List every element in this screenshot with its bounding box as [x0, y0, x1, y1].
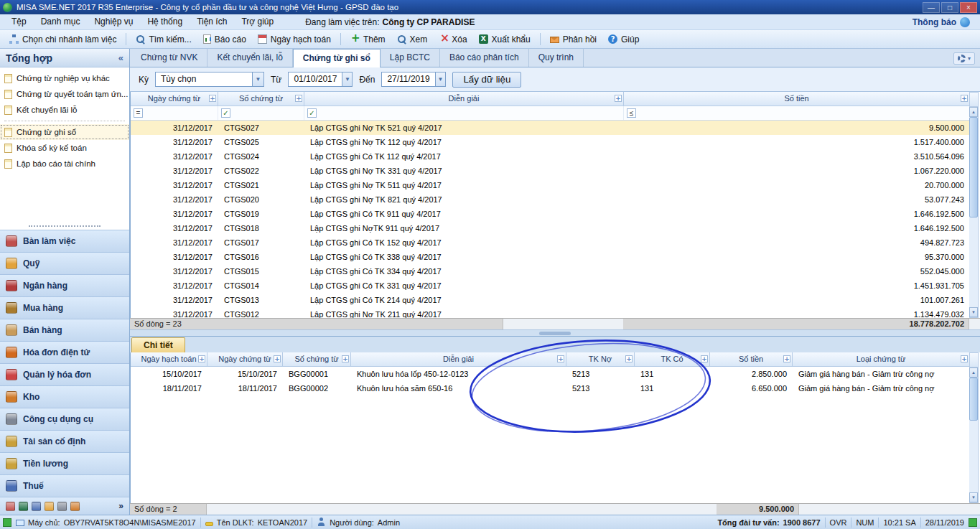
table-row[interactable]: 31/12/2017CTGS014Lập CTGS ghi Có TK 331 … — [131, 278, 969, 293]
column-header[interactable]: Loại chứng từ — [793, 352, 970, 367]
table-row[interactable]: 31/12/2017CTGS013Lập CTGS ghi Có TK 214 … — [131, 293, 969, 307]
report-icon[interactable] — [70, 502, 80, 511]
sidebar-module[interactable]: Kho — [0, 386, 129, 408]
splitter-handle-icon[interactable] — [539, 332, 571, 335]
tab[interactable]: Chứng từ NVK — [131, 49, 207, 67]
toolbar-button[interactable]: Xuất khẩu — [474, 33, 536, 46]
filter-operator-icon[interactable]: = — [134, 108, 143, 118]
sidebar-item[interactable]: Khóa sổ kỳ kế toán — [0, 140, 129, 156]
chevron-down-icon[interactable]: ▼ — [342, 72, 352, 86]
column-pin-icon[interactable] — [557, 355, 564, 362]
toolbar-button[interactable]: Giúp — [603, 33, 644, 46]
column-pin-icon[interactable] — [615, 95, 622, 102]
notification-button[interactable]: Thông báo — [913, 17, 976, 27]
maximize-button[interactable]: □ — [941, 2, 958, 13]
column-header[interactable]: Ngày chứng từ — [207, 352, 283, 367]
sidebar-item[interactable]: Chứng từ nghiệp vụ khác — [0, 70, 129, 86]
column-pin-icon[interactable] — [274, 355, 281, 362]
filter-cell[interactable]: ✓ — [304, 106, 624, 120]
sidebar-module[interactable]: Tiền lương — [0, 453, 129, 475]
table-row[interactable]: 31/12/2017CTGS020Lập CTGS ghi Nợ TK 821 … — [131, 192, 969, 207]
menu-item[interactable]: Nghiệp vụ — [87, 14, 140, 29]
column-pin-icon[interactable] — [701, 355, 708, 362]
close-button[interactable]: × — [960, 2, 977, 13]
minimize-button[interactable]: — — [923, 2, 940, 13]
table-row[interactable]: 31/12/2017CTGS017Lập CTGS ghi Có TK 152 … — [131, 235, 969, 250]
splitter[interactable] — [130, 329, 980, 337]
table-row[interactable]: 31/12/2017CTGS016Lập CTGS ghi Có TK 338 … — [131, 250, 969, 264]
menu-item[interactable]: Tiện ích — [190, 14, 234, 29]
scroll-thumb[interactable] — [969, 117, 978, 217]
sidebar-module[interactable]: Quản lý hóa đơn — [0, 364, 129, 386]
sidebar-module[interactable]: Tài sản cố định — [0, 431, 129, 453]
filter-cell[interactable]: ✓ — [218, 106, 304, 120]
table-row[interactable]: 31/12/2017CTGS021Lập CTGS ghi Nợ TK 511 … — [131, 178, 969, 192]
period-select[interactable]: Tùy chọn ▼ — [155, 72, 264, 87]
detail-table-row[interactable]: 18/11/201718/11/2017BGG00002Khuôn lưu hó… — [131, 381, 969, 395]
column-header[interactable]: TK Nợ — [566, 352, 635, 367]
sidebar-module[interactable]: Bàn làm việc — [0, 230, 129, 253]
filter-cell[interactable]: = — [131, 106, 218, 120]
tab-detail[interactable]: Chi tiết — [131, 337, 185, 352]
scroll-track[interactable] — [969, 117, 978, 307]
filter-operator-icon[interactable]: ≤ — [627, 108, 636, 118]
column-header[interactable]: Diễn giải — [351, 352, 566, 367]
excel-icon[interactable] — [19, 502, 28, 511]
toolbar-button[interactable]: Chọn chi nhánh làm việc — [4, 33, 121, 46]
tab[interactable]: Chứng từ ghi sổ — [293, 49, 381, 67]
column-header[interactable]: TK Có — [635, 352, 710, 367]
sidebar-item[interactable]: Kết chuyển lãi lỗ — [0, 102, 129, 118]
column-pin-icon[interactable] — [209, 95, 216, 102]
toolbar-button[interactable]: Xóa — [434, 33, 472, 46]
tab[interactable]: Lập BCTC — [381, 49, 440, 67]
column-pin-icon[interactable] — [961, 95, 968, 102]
sidebar-item[interactable]: Lập báo cáo tài chính — [0, 156, 129, 172]
from-date-picker[interactable]: 01/10/2017 ▼ — [288, 72, 353, 87]
menu-item[interactable]: Tệp — [4, 14, 34, 29]
menu-item[interactable]: Danh mục — [34, 14, 88, 29]
tab[interactable]: Báo cáo phân tích — [440, 49, 529, 67]
sidebar-module[interactable]: Mua hàng — [0, 297, 129, 319]
cash-icon[interactable] — [45, 502, 54, 511]
scroll-down-button[interactable]: ▼ — [969, 307, 978, 317]
table-row[interactable]: 31/12/2017CTGS018Lập CTGS ghi NợTK 911 q… — [131, 221, 969, 235]
scroll-up-button[interactable]: ▲ — [969, 107, 978, 117]
table-row[interactable]: 31/12/2017CTGS025Lập CTGS ghi Nợ TK 112 … — [131, 135, 969, 149]
column-header[interactable]: Số tiền — [710, 352, 793, 367]
to-date-picker[interactable]: 27/11/2019 ▼ — [381, 72, 446, 87]
column-header[interactable]: Số tiền — [624, 92, 970, 106]
toolbar-button[interactable]: Thêm — [345, 33, 391, 46]
column-header[interactable]: Ngày chứng từ — [131, 92, 218, 106]
sidebar-item[interactable]: Chứng từ ghi sổ — [0, 124, 129, 140]
scroll-down-button[interactable]: ▼ — [969, 492, 978, 502]
column-pin-icon[interactable] — [342, 355, 349, 362]
sidebar-collapse-icon[interactable]: « — [118, 52, 123, 63]
column-pin-icon[interactable] — [295, 95, 302, 102]
sidebar-module[interactable]: Công cụ dụng cụ — [0, 408, 129, 431]
scroll-track[interactable] — [969, 378, 978, 492]
tab[interactable]: Kết chuyển lãi, lỗ — [207, 49, 292, 67]
column-pin-icon[interactable] — [783, 355, 790, 362]
settings-button[interactable]: ▾ — [953, 52, 975, 65]
more-icon[interactable]: » — [118, 501, 123, 511]
detail-vertical-scrollbar[interactable]: ▲ ▼ — [969, 352, 979, 503]
table-row[interactable]: 31/12/2017CTGS012Lập CTGS ghi Nợ TK 211 … — [131, 307, 969, 318]
detail-table-row[interactable]: 15/10/201715/10/2017BGG00001Khuôn lưu hó… — [131, 367, 969, 381]
table-row[interactable]: 31/12/2017CTGS022Lập CTGS ghi Nợ TK 331 … — [131, 164, 969, 178]
column-pin-icon[interactable] — [625, 355, 633, 362]
sidebar-module[interactable]: Thuế — [0, 475, 129, 497]
filter-cell[interactable]: ≤ — [624, 106, 970, 120]
checkbox-filter-icon[interactable]: ✓ — [307, 108, 317, 118]
toolbar-button[interactable]: Tìm kiếm... — [131, 33, 196, 46]
desk-icon[interactable] — [6, 502, 15, 511]
load-data-button[interactable]: Lấy dữ liệu — [452, 72, 521, 88]
tools-icon[interactable] — [57, 502, 67, 511]
column-pin-icon[interactable] — [198, 355, 205, 362]
sidebar-module[interactable]: Quỹ — [0, 253, 129, 275]
scroll-up-button[interactable]: ▲ — [969, 368, 978, 378]
toolbar-button[interactable]: Báo cáo — [198, 33, 251, 46]
column-header[interactable]: Ngày hạch toán — [131, 352, 207, 367]
sidebar-module[interactable]: Ngân hàng — [0, 275, 129, 297]
sidebar-module[interactable]: Bán hàng — [0, 319, 129, 342]
checkbox-filter-icon[interactable]: ✓ — [221, 108, 230, 118]
